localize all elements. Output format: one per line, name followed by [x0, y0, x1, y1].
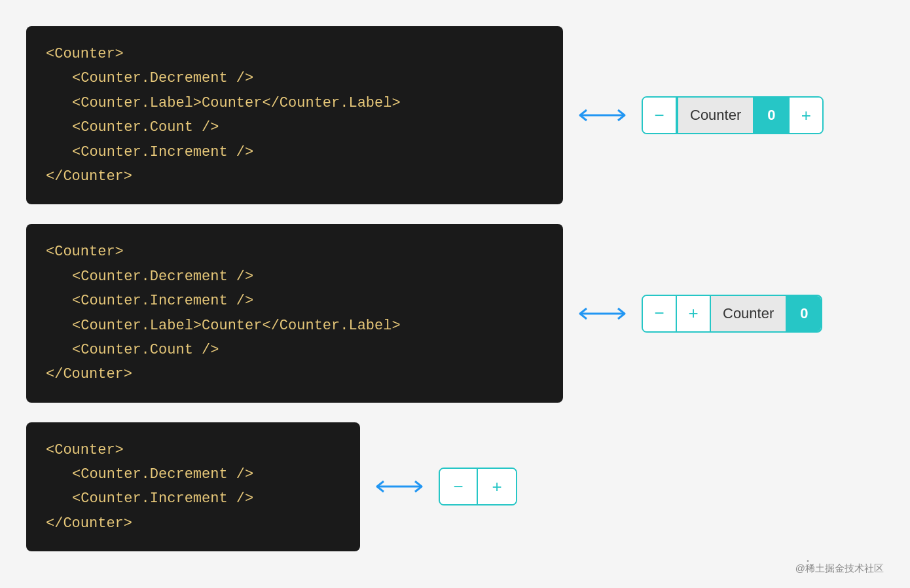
code-line: <Counter.Count /> — [46, 338, 543, 362]
code-line: </Counter> — [46, 362, 543, 386]
arrow-3 — [360, 477, 439, 496]
counter-widget-2: − + Counter 0 — [642, 295, 822, 333]
bidirectional-arrow-icon — [576, 105, 628, 125]
code-line: <Counter.Decrement /> — [46, 462, 340, 487]
code-line: <Counter.Decrement /> — [46, 265, 543, 289]
watermark: @稀土掘金技术社区 — [795, 562, 884, 575]
increment-button-2[interactable]: + — [677, 296, 711, 331]
code-line: <Counter.Decrement /> — [46, 66, 543, 90]
code-line: <Counter.Label>Counter</Counter.Label> — [46, 314, 543, 338]
counter-count-1: 0 — [754, 98, 788, 133]
code-line: <Counter.Count /> — [46, 115, 543, 139]
decrement-button-2[interactable]: − — [643, 296, 677, 331]
code-block-3: <Counter> <Counter.Decrement /> <Counter… — [26, 422, 360, 552]
counter-label-2: Counter — [711, 296, 787, 331]
increment-button-3[interactable]: + — [478, 469, 516, 504]
decrement-button-3[interactable]: − — [440, 469, 478, 504]
counter-label-1: Counter — [677, 98, 754, 133]
code-line: <Counter> — [46, 42, 543, 66]
code-line: <Counter> — [46, 240, 543, 264]
arrow-2 — [563, 304, 642, 323]
code-block-1: <Counter> <Counter.Decrement /> <Counter… — [26, 26, 563, 204]
code-line: <Counter.Label>Counter</Counter.Label> — [46, 91, 543, 115]
bidirectional-arrow-icon — [373, 477, 426, 496]
counter-count-2: 0 — [787, 296, 821, 331]
code-line: </Counter> — [46, 511, 340, 536]
code-line: <Counter.Increment /> — [46, 487, 340, 511]
code-line: <Counter> — [46, 438, 340, 462]
decrement-button-1[interactable]: − — [643, 98, 677, 133]
code-block-2: <Counter> <Counter.Decrement /> <Counter… — [26, 224, 563, 402]
code-line: <Counter.Increment /> — [46, 289, 543, 313]
counter-widget-1: − Counter 0 + — [642, 96, 824, 134]
bidirectional-arrow-icon — [576, 304, 628, 323]
code-line: </Counter> — [46, 164, 543, 189]
row-2: <Counter> <Counter.Decrement /> <Counter… — [26, 224, 884, 402]
row-3: <Counter> <Counter.Decrement /> <Counter… — [26, 422, 884, 552]
counter-widget-3: − + — [439, 468, 517, 505]
code-line: <Counter.Increment /> — [46, 140, 543, 164]
arrow-1 — [563, 105, 642, 125]
row-1: <Counter> <Counter.Decrement /> <Counter… — [26, 26, 884, 204]
increment-button-1[interactable]: + — [788, 98, 822, 133]
